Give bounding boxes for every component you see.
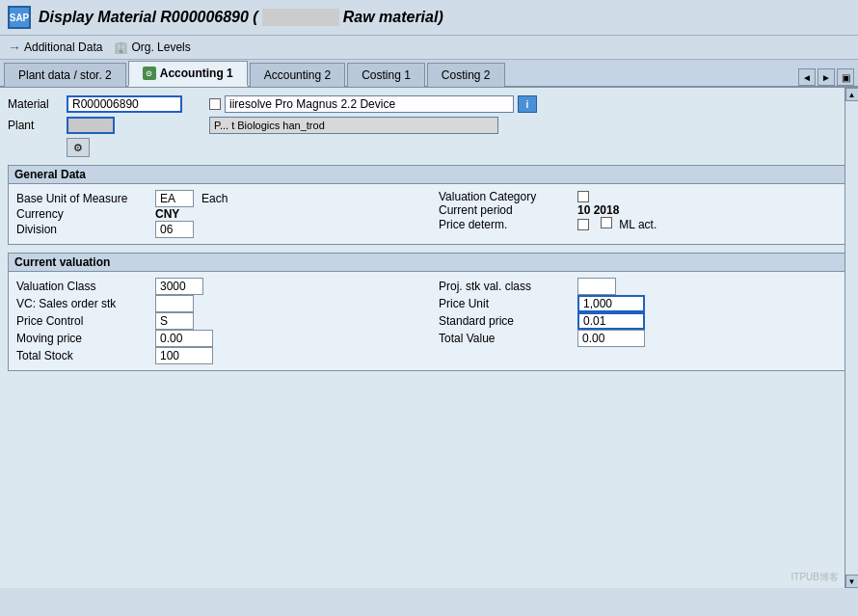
division-row: Division [16, 221, 419, 238]
ml-act-checkbox[interactable] [601, 217, 612, 228]
tab-accounting2[interactable]: Accounting 2 [250, 63, 345, 87]
desc-checkbox[interactable] [209, 98, 221, 110]
general-data-title: General Data [9, 166, 849, 184]
title-bar: SAP Display Material R000006890 (Raw mat… [0, 0, 858, 36]
price-control-input[interactable] [155, 312, 194, 330]
price-unit-input[interactable] [577, 295, 645, 312]
current-valuation-body: Valuation Class VC: Sales order stk Pric… [9, 272, 849, 370]
tab-costing2[interactable]: Costing 2 [427, 63, 505, 87]
currency-label: Currency [16, 207, 151, 221]
current-valuation-title: Current valuation [9, 254, 849, 272]
current-period-label: Current period [439, 203, 574, 217]
drill-down-btn[interactable]: ⚙ [67, 138, 90, 157]
main-content: Material Plant ⚙ i [0, 88, 858, 588]
valuation-left: Valuation Class VC: Sales order stk Pric… [16, 278, 419, 364]
tab-next-btn[interactable]: ► [818, 68, 835, 86]
additional-data-btn[interactable]: → Additional Data [8, 40, 102, 55]
base-unit-input[interactable] [155, 190, 194, 207]
price-determ-checkbox[interactable] [577, 219, 589, 230]
toolbar: → Additional Data 🏢 Org. Levels [0, 36, 858, 60]
title-blur [262, 9, 339, 26]
scroll-down-btn[interactable]: ▼ [845, 575, 859, 588]
scroll-track[interactable] [845, 101, 859, 575]
tab-nav-buttons: ◄ ► ▣ [798, 68, 854, 86]
accounting1-tab-icon: ⊙ [143, 67, 156, 80]
proj-stk-input[interactable] [577, 278, 616, 295]
tab-prev-btn[interactable]: ◄ [798, 68, 816, 86]
total-stock-label: Total Stock [16, 349, 151, 362]
vc-sales-label: VC: Sales order stk [16, 297, 151, 310]
price-control-label: Price Control [16, 314, 151, 328]
price-unit-label: Price Unit [439, 297, 574, 310]
tab-accounting1-label: Accounting 1 [160, 67, 233, 80]
page-title: Display Material R000006890 (Raw materia… [39, 9, 443, 27]
valuation-class-label: Valuation Class [16, 280, 151, 293]
general-data-body: Base Unit of Measure Each Currency CNY D… [9, 184, 849, 244]
price-determ-label: Price determ. [439, 218, 574, 231]
valuation-cat-label: Valuation Category [439, 190, 574, 203]
currency-row: Currency CNY [16, 207, 419, 221]
tab-accounting1[interactable]: ⊙ Accounting 1 [128, 61, 248, 87]
proj-stk-row: Proj. stk val. class [439, 278, 842, 295]
total-stock-row: Total Stock [16, 347, 419, 364]
general-data-left: Base Unit of Measure Each Currency CNY D… [16, 190, 419, 238]
watermark: ITPUB博客 [791, 571, 839, 584]
standard-price-row: Standard price [439, 312, 842, 330]
price-determ-row: Price determ. ML act. [439, 217, 842, 231]
tab-accounting2-label: Accounting 2 [264, 68, 331, 82]
valuation-right: Proj. stk val. class Price Unit Standard… [439, 278, 842, 364]
app-icon: SAP [8, 6, 31, 29]
ml-act-checkbox-wrap: ML act. [601, 217, 657, 231]
icon-row: ⚙ [8, 138, 182, 157]
valuation-class-input[interactable] [155, 278, 203, 295]
total-value-input[interactable] [577, 330, 645, 347]
material-desc-input[interactable] [225, 95, 514, 113]
tab-costing1[interactable]: Costing 1 [347, 63, 425, 87]
division-label: Division [16, 223, 151, 236]
tab-plant-data[interactable]: Plant data / stor. 2 [4, 63, 126, 87]
material-input[interactable] [67, 95, 182, 113]
plant-desc-input[interactable] [209, 117, 498, 134]
base-unit-row: Base Unit of Measure Each [16, 190, 419, 207]
material-plant-fields: Material Plant ⚙ [8, 95, 182, 157]
info-btn[interactable]: i [518, 95, 537, 113]
total-value-row: Total Value [439, 330, 842, 347]
moving-price-input[interactable] [155, 330, 213, 347]
header-description: i [209, 95, 537, 134]
valuation-cat-checkbox[interactable] [577, 191, 589, 202]
standard-price-input[interactable] [577, 312, 645, 330]
price-unit-row: Price Unit [439, 295, 842, 312]
base-unit-extra: Each [201, 192, 228, 205]
scrollbar: ▲ ▼ [845, 88, 858, 588]
ml-act-label: ML act. [619, 218, 657, 231]
total-stock-input[interactable] [155, 347, 213, 364]
plant-input[interactable] [67, 117, 115, 134]
org-levels-label: Org. Levels [131, 40, 190, 54]
org-levels-btn[interactable]: 🏢 Org. Levels [114, 40, 190, 54]
proj-stk-label: Proj. stk val. class [439, 280, 574, 293]
current-period-value: 10 2018 [577, 203, 619, 217]
moving-price-row: Moving price [16, 330, 419, 347]
division-input[interactable] [155, 221, 194, 238]
org-icon: 🏢 [114, 40, 128, 54]
vc-sales-input[interactable] [155, 295, 194, 312]
vc-sales-row: VC: Sales order stk [16, 295, 419, 312]
plant-row: Plant [8, 117, 182, 134]
standard-price-label: Standard price [439, 314, 574, 328]
valuation-cat-row: Valuation Category [439, 190, 842, 203]
general-data-right: Valuation Category Current period 10 201… [439, 190, 842, 238]
plant-label: Plant [8, 119, 61, 132]
currency-value: CNY [155, 207, 184, 221]
current-valuation-section: Current valuation Valuation Class VC: Sa… [8, 253, 850, 371]
header-fields: Material Plant ⚙ i [8, 95, 850, 157]
current-period-row: Current period 10 2018 [439, 203, 842, 217]
tab-menu-btn[interactable]: ▣ [837, 68, 854, 86]
general-data-section: General Data Base Unit of Measure Each C… [8, 165, 850, 245]
scroll-up-btn[interactable]: ▲ [845, 88, 859, 101]
tab-costing1-label: Costing 1 [362, 68, 411, 82]
arrow-icon: → [8, 40, 21, 55]
moving-price-label: Moving price [16, 332, 151, 345]
material-row: Material [8, 95, 182, 113]
tabs-bar: Plant data / stor. 2 ⊙ Accounting 1 Acco… [0, 60, 858, 88]
material-label: Material [8, 97, 61, 111]
